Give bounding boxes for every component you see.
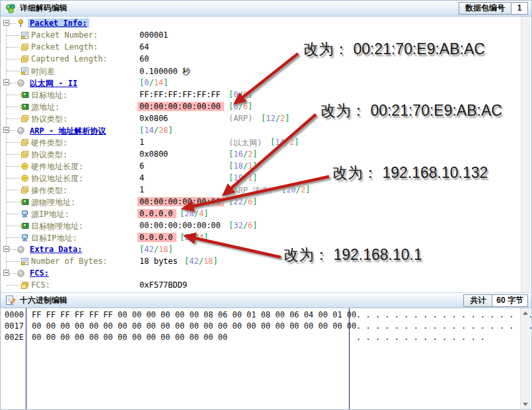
tree-connector-stub	[7, 226, 20, 226]
total-button[interactable]: 共计	[463, 294, 492, 307]
byte-range: [32/6]	[229, 221, 257, 230]
tree-connector-stub	[7, 178, 20, 179]
tree-connector-stub	[7, 142, 20, 143]
tree-label: 时间差	[31, 66, 55, 77]
tree-label: Number of Bytes:	[31, 257, 108, 266]
packet-editor-window: 详细解码编辑 数据包编号 1 Packet Info:Packet Number…	[0, 0, 532, 410]
tree-label: 源物理地址:	[31, 197, 75, 208]
tree-connector-stub	[7, 118, 20, 119]
tree-field-row[interactable]: 操作类型:1(ARP 请求)[20/2]	[1, 184, 531, 196]
byte-range: [6/6]	[229, 102, 252, 111]
tree-field-row[interactable]: Packet Number:000001	[1, 29, 531, 41]
collapse-toggle[interactable]	[3, 270, 9, 276]
hex-bytes[interactable]: 00 00 00 00 00 00 00 00 00 00 00 00 00 0…	[32, 333, 227, 342]
collapse-toggle[interactable]	[3, 127, 9, 133]
field-value: 0x0806	[139, 114, 168, 123]
tree-label: FCS:	[30, 268, 49, 278]
field-value: 0.100000 秒	[139, 66, 190, 77]
pages-icon	[20, 114, 29, 123]
collapse-toggle[interactable]	[3, 246, 9, 252]
byte-range: [28/4]	[180, 209, 208, 218]
byte-range: [14/2]	[270, 138, 299, 147]
hex-row[interactable]: 0000FF FF FF FF FF FF 00 00 00 00 00 00 …	[1, 310, 531, 321]
tree-field-row[interactable]: 源地址:00:00:00:00:00:00[6/6]	[1, 101, 531, 112]
tree-label: Packet Length:	[31, 42, 98, 52]
hex-scrollbar[interactable]	[520, 308, 530, 409]
scroll-down-icon[interactable]	[523, 403, 528, 406]
decode-tree[interactable]: Packet Info:Packet Number:000001Packet L…	[1, 17, 531, 292]
tree-field-row[interactable]: 硬件类型:1(以太网)[14/2]	[1, 136, 531, 148]
packet-number-value[interactable]: 1	[512, 2, 528, 15]
hex-row[interactable]: 002E00 00 00 00 00 00 00 00 00 00 00 00 …	[1, 333, 531, 344]
byte-range: [42/18]	[139, 245, 173, 254]
tree-connector-stub	[7, 47, 20, 48]
tree-field-row[interactable]: Captured Length:60	[1, 53, 531, 65]
tree-section-row[interactable]: ARP - 地址解析协议[14/28]	[1, 124, 531, 136]
tree-label: 硬件地址长度:	[31, 161, 83, 173]
tree-label: Extra Data:	[30, 245, 82, 254]
tree-section-row[interactable]: Extra Data:[42/18]	[1, 243, 531, 255]
tree-field-row[interactable]: 源物理地址:00:00:00:00:00:00[22/6]	[1, 196, 531, 208]
hex-bytes[interactable]: FF FF FF FF FF FF 00 00 00 00 00 00 08 0…	[32, 310, 356, 319]
pages-icon	[20, 150, 29, 159]
tree-field-row[interactable]: 硬件地址长度:6[18/1]	[1, 160, 531, 172]
tree-field-row[interactable]: 协议类型:0x0806(ARP)[12/2]	[1, 112, 531, 124]
tree-connector-stub	[7, 106, 20, 107]
tree-scrollbar[interactable]	[521, 17, 531, 292]
hex-bytes[interactable]: 00 00 00 00 00 00 00 00 00 00 00 00 00 0…	[32, 321, 356, 331]
tree-field-row[interactable]: 协议地址长度:4[19/1]	[1, 172, 531, 184]
tree-connector-stub	[9, 83, 16, 83]
tree-field-row[interactable]: 目标物理地址:00:00:00:00:00:00[32/6]	[1, 220, 531, 231]
sphere-icon	[17, 269, 25, 278]
packet-number-button[interactable]: 数据包编号	[459, 2, 512, 15]
byte-range: [18/1]	[229, 161, 257, 171]
tree-field-row[interactable]: 时间差0.100000 秒	[1, 65, 531, 77]
tree-connector-stub	[9, 130, 16, 131]
form-icon	[20, 31, 29, 40]
field-value: 18 bytes	[139, 257, 178, 266]
tree-section-row[interactable]: Packet Info:	[1, 17, 531, 29]
collapse-toggle[interactable]	[3, 79, 9, 85]
hex-ascii[interactable]: . . . . . . . . . . . . . . . . . . . . …	[356, 321, 532, 331]
hex-row[interactable]: 001700 00 00 00 00 00 00 00 00 00 00 00 …	[1, 321, 531, 333]
tree-field-row[interactable]: 目标地址:FF:FF:FF:FF:FF:FF[0/6]	[1, 89, 531, 101]
tree-label: 以太网 - II	[30, 78, 77, 89]
tree-field-row[interactable]: 源IP地址:0.0.0.0[28/4]	[1, 208, 531, 220]
decode-title: 详细解码编辑	[20, 3, 67, 14]
byte-range: [19/1]	[229, 173, 257, 183]
collapse-toggle[interactable]	[3, 20, 9, 26]
computer-icon	[20, 210, 29, 218]
tree-section-row[interactable]: 以太网 - II[0/14]	[1, 77, 531, 89]
nic-icon	[20, 102, 29, 111]
tree-field-row[interactable]: Packet Length:64	[1, 41, 531, 53]
tree-label: Captured Length:	[31, 54, 108, 63]
tree-label: 源地址:	[31, 102, 59, 113]
hex-ascii[interactable]: . . . . . . . . . . . . . .	[356, 333, 485, 342]
sphere-icon	[17, 79, 25, 87]
field-value: 0.0.0.0	[137, 233, 176, 242]
hex-header: 十六进制编辑 共计 60 字节	[1, 292, 531, 308]
tree-field-row[interactable]: FCS:0xF577BDD9	[1, 279, 531, 291]
tree-label: FCS:	[31, 280, 50, 290]
tree-label: 协议类型:	[31, 114, 67, 125]
total-bytes-value[interactable]: 60 字节	[492, 294, 528, 307]
tree-label: Packet Info:	[28, 19, 89, 28]
hex-editor[interactable]: 0000FF FF FF FF FF FF 00 00 00 00 00 00 …	[1, 308, 531, 409]
tree-connector-stub	[7, 202, 20, 202]
tree-connector-stub	[7, 59, 20, 60]
hex-ascii[interactable]: . . . . . . . . . . . . . . . . . . . . …	[356, 310, 532, 319]
pages-icon	[20, 55, 29, 63]
hex-address: 0000	[5, 310, 24, 319]
field-value: 0.0.0.0	[137, 209, 176, 218]
field-value: 00:00:00:00:00:00	[137, 102, 224, 111]
tree-field-row[interactable]: Number of Bytes:18 bytes[42/18]	[1, 255, 531, 267]
decode-edit-icon	[5, 3, 16, 14]
scroll-up-icon[interactable]	[523, 311, 528, 315]
computer-icon	[20, 233, 29, 242]
tree-field-row[interactable]: 目标IP地址:0.0.0.0[38/4]	[1, 231, 531, 243]
tree-connector-stub	[7, 285, 20, 286]
tree-section-row[interactable]: FCS:	[1, 267, 531, 279]
tree-field-row[interactable]: 协议类型:0x0800[16/2]	[1, 148, 531, 160]
field-value: 0xF577BDD9	[139, 280, 187, 290]
field-value: 000001	[139, 30, 168, 40]
